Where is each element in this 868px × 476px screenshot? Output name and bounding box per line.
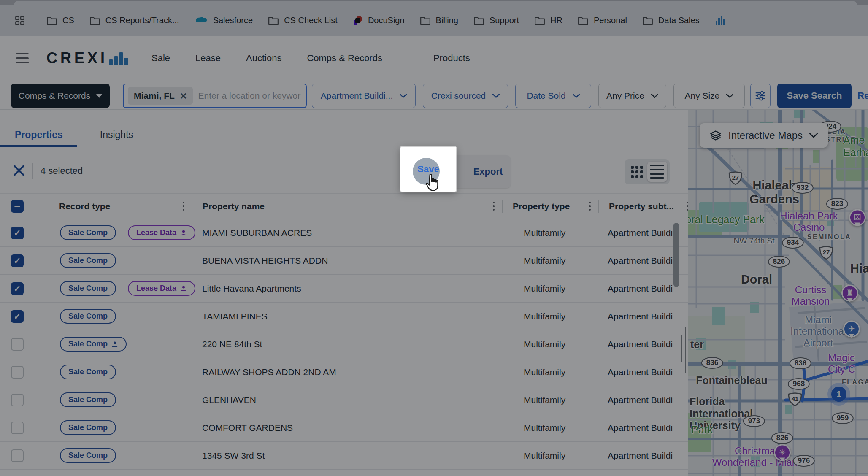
bookmark-cs-reports-track-[interactable]: CS Reports/Track... <box>82 12 187 29</box>
row-checkbox[interactable] <box>11 449 24 462</box>
filter-dropdown-any-price[interactable]: Any Price <box>598 84 666 108</box>
reset-link[interactable]: Re <box>857 90 868 101</box>
bookmark-support[interactable]: Support <box>466 12 527 29</box>
map-label: ter <box>690 338 704 351</box>
bookmark-apps[interactable] <box>7 12 35 30</box>
location-chip: Miami, FL ✕ <box>128 87 193 105</box>
route-marker-1[interactable]: 1 <box>831 387 846 402</box>
hamburger-menu-icon[interactable] <box>16 53 29 64</box>
row-checkbox[interactable] <box>11 422 24 434</box>
advanced-filters-button[interactable] <box>750 84 771 108</box>
row-checkbox[interactable] <box>11 366 24 379</box>
property-subtype: Apartment Buildi <box>598 423 696 433</box>
folder-icon <box>268 16 279 25</box>
location-search-box[interactable]: Miami, FL ✕ <box>123 84 307 108</box>
bookmark-personal[interactable]: Personal <box>570 12 635 29</box>
bookmark-hr[interactable]: HR <box>527 12 570 29</box>
sale-comp-badge[interactable]: Sale Comp <box>60 392 116 407</box>
person-icon <box>111 341 118 348</box>
table-row[interactable]: ✓Sale CompLease DataMIAMI SUBURBAN ACRES… <box>0 219 688 247</box>
list-view-button[interactable] <box>647 162 668 182</box>
bookmark-salesforce[interactable]: Salesforce <box>187 12 261 29</box>
bookmark-data-sales[interactable]: Data Sales <box>635 12 707 29</box>
row-checkbox[interactable]: ✓ <box>11 227 24 239</box>
nav-link-sale[interactable]: Sale <box>151 53 170 64</box>
sale-comp-badge[interactable]: Sale Comp <box>60 448 116 463</box>
casino-pin[interactable]: ⚄ <box>849 209 866 226</box>
sale-comp-badge[interactable]: Sale Comp <box>60 225 116 240</box>
sale-comp-badge[interactable]: Sale Comp <box>60 281 116 296</box>
bookmark-label: Data Sales <box>658 16 700 25</box>
property-name: TAMIAMI PINES <box>192 311 502 322</box>
table-row[interactable]: Sale CompCOMFORT GARDENSMultifamilyApart… <box>0 414 688 442</box>
browser-active-tab[interactable] <box>14 1 857 5</box>
crexi-logo-text: CREXI <box>46 51 108 66</box>
table-row[interactable]: Sale Comp220 NE 84th StMultifamilyApartm… <box>0 330 688 358</box>
bookmark-chart[interactable] <box>707 12 733 29</box>
lease-data-badge[interactable]: Lease Data <box>128 281 195 296</box>
column-header-property-subt-: Property subt... <box>598 194 696 219</box>
tab-properties[interactable]: Properties <box>0 122 81 147</box>
clear-selection-icon[interactable] <box>13 164 25 177</box>
table-row[interactable]: ✓Sale CompLease DataLittle Havana Apartm… <box>0 275 688 303</box>
export-button[interactable]: Export <box>465 155 511 188</box>
table-row[interactable]: Sale CompRAILWAY SHOPS ADDN 2ND AMMultif… <box>0 358 688 386</box>
column-menu-icon[interactable] <box>181 200 187 213</box>
filter-dropdown-any-size[interactable]: Any Size <box>673 84 745 108</box>
row-checkbox[interactable]: ✓ <box>11 254 24 267</box>
filter-dropdown-crexi-sourced[interactable]: Crexi sourced <box>423 84 508 108</box>
grid-view-button[interactable] <box>627 162 647 182</box>
panel-resize-handle[interactable] <box>679 325 688 376</box>
filter-dropdown-date-sold[interactable]: Date Sold <box>515 84 591 108</box>
airport-pin[interactable]: ✈ <box>843 320 860 337</box>
bookmark-cs[interactable]: CS <box>39 12 82 29</box>
save-search-button[interactable]: Save Search <box>777 84 852 108</box>
chart-icon <box>715 16 725 26</box>
sale-comp-badge[interactable]: Sale Comp <box>60 365 116 379</box>
crexi-logo[interactable]: CREXI <box>46 51 128 66</box>
nav-link-auctions[interactable]: Auctions <box>246 53 281 64</box>
filter-dropdown-apartment-buildi-[interactable]: Apartment Buildi... <box>312 84 416 108</box>
route-shield: 823 <box>826 198 848 210</box>
sale-comp-badge[interactable]: Sale Comp <box>60 337 127 352</box>
ferris-wheel-pin[interactable]: ✳ <box>774 444 791 461</box>
bookmark-docusign[interactable]: DocuSign <box>345 12 412 29</box>
nav-link-products[interactable]: Products <box>433 53 470 64</box>
mansion-pin[interactable]: ♜ <box>841 284 858 301</box>
bookmark-billing[interactable]: Billing <box>412 12 466 29</box>
browser-tabstrip <box>0 0 868 5</box>
table-row[interactable]: ✓Sale CompBUENA VISTA HEIGHTS ADDNMultif… <box>0 247 688 275</box>
crexi-navbar: CREXI SaleLeaseAuctionsComps & RecordsPr… <box>0 36 868 80</box>
sale-comp-badge[interactable]: Sale Comp <box>60 309 116 324</box>
interactive-maps-dropdown[interactable]: Interactive Maps <box>700 123 828 148</box>
sale-comp-badge[interactable]: Sale Comp <box>60 420 116 435</box>
row-checkbox[interactable] <box>11 338 24 351</box>
sale-comp-badge[interactable]: Sale Comp <box>60 253 116 268</box>
row-checkbox[interactable]: ✓ <box>11 310 24 323</box>
row-checkbox[interactable]: ✓ <box>11 282 24 295</box>
route-shield: 826 <box>768 256 790 268</box>
map-canvas[interactable]: ELIA DISTRICTAme EarharHialeah Gardensor… <box>688 110 868 476</box>
table-row[interactable]: Sale Comp1345 SW 3rd StMultifamilyApartm… <box>0 442 688 470</box>
table-scrollbar[interactable] <box>673 223 679 287</box>
hand-cursor-icon <box>424 173 441 192</box>
location-search-input[interactable] <box>197 90 302 101</box>
select-all-checkbox[interactable] <box>11 200 24 213</box>
column-menu-icon[interactable] <box>587 200 593 213</box>
filter-dropdown-label: Any Price <box>606 91 644 101</box>
lease-data-badge[interactable]: Lease Data <box>128 225 195 240</box>
column-header-label: Property type <box>513 201 570 211</box>
tab-insights[interactable]: Insights <box>81 122 152 147</box>
scope-dropdown[interactable]: Comps & Records <box>11 84 110 108</box>
nav-link-comps-records[interactable]: Comps & Records <box>307 53 382 64</box>
nav-link-lease[interactable]: Lease <box>195 53 221 64</box>
table-row[interactable]: ✓Sale CompTAMIAMI PINESMultifamilyApartm… <box>0 303 688 330</box>
chip-remove-icon[interactable]: ✕ <box>180 92 187 100</box>
property-type: Multifamily <box>502 228 598 238</box>
bookmark-cs-check-list[interactable]: CS Check List <box>260 12 345 29</box>
table-row[interactable]: Sale CompGLENHAVENMultifamilyApartment B… <box>0 386 688 414</box>
column-menu-icon[interactable] <box>491 200 497 213</box>
property-name: GLENHAVEN <box>192 395 502 405</box>
row-checkbox[interactable] <box>11 394 24 406</box>
map-label: oral Legacy Park <box>688 214 765 226</box>
